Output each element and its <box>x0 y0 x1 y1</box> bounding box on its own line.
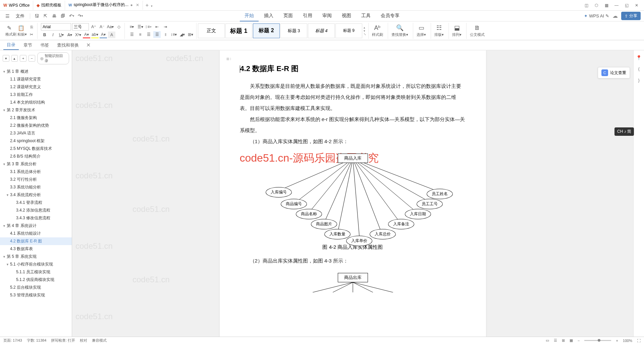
outline-add-icon[interactable]: + <box>20 55 26 62</box>
italic-icon[interactable]: I <box>49 32 57 38</box>
close-button[interactable]: ✕ <box>632 1 641 10</box>
ribbon-arrange[interactable]: ⬓ 排列▾ <box>448 23 465 39</box>
style-heading1[interactable]: 标题 1 <box>225 23 252 38</box>
outline-item[interactable]: 4.2 数据库 E-R 图 <box>0 237 72 245</box>
ribbon-select[interactable]: ▭ 选择▾ <box>413 23 429 39</box>
view-outline-icon[interactable]: ☰ <box>554 338 557 343</box>
outline-item[interactable]: ▼第 4 章 系统设计 <box>0 222 72 230</box>
new-tab-button[interactable]: + ▾ <box>143 2 155 8</box>
outline-move-up-icon[interactable]: ▴ <box>11 55 18 62</box>
tab-page[interactable]: 页面 <box>279 11 298 21</box>
increase-font-icon[interactable]: A⁺ <box>90 23 97 30</box>
outline-item[interactable]: 5.1.2 供应商模块实现 <box>0 276 72 284</box>
highlight-icon[interactable]: ab▾ <box>91 32 99 38</box>
align-justify-icon[interactable]: ☰ <box>153 31 161 38</box>
view-web-icon[interactable]: ⊞ <box>562 338 565 343</box>
share-button[interactable]: ⇪ 分享 <box>621 12 641 20</box>
tree-arrow-icon[interactable]: ▼ <box>3 255 7 259</box>
outline-item[interactable]: 1.1 课题研究背景 <box>0 75 72 83</box>
line-spacing-icon[interactable]: ↕≡▾ <box>170 31 177 38</box>
zoom-slider[interactable] <box>584 340 611 341</box>
align-center-icon[interactable]: ≡ <box>137 31 144 38</box>
strikethrough-icon[interactable]: A̶▾ <box>66 32 73 38</box>
outline-item[interactable]: 4.3 数据库表 <box>0 245 72 253</box>
paper-check-panel[interactable]: C 论文查重 <box>598 67 630 78</box>
tab-reference[interactable]: 引用 <box>298 11 317 21</box>
superscript-icon[interactable]: X²▾ <box>74 32 82 38</box>
zoom-out-icon[interactable]: − <box>578 339 580 343</box>
multilevel-list-icon[interactable]: ⫶≡▾ <box>145 23 152 30</box>
format-brush-icon[interactable]: ✎ <box>5 24 13 31</box>
outline-item[interactable]: 2.6 B/S 结构简介 <box>0 153 72 160</box>
status-spell[interactable]: 拼写检查: 打开 <box>51 338 75 343</box>
outline-item[interactable]: 4.1 系统功能设计 <box>0 230 72 237</box>
clear-format-icon[interactable]: ◇ <box>115 23 122 30</box>
wps-ai-button[interactable]: ✦ WPS AI ✎ <box>584 13 609 18</box>
tree-arrow-icon[interactable]: ▼ <box>3 70 7 73</box>
align-left-icon[interactable]: ☰ <box>128 31 136 38</box>
style-expand-icon[interactable]: ⤡ <box>364 33 366 36</box>
nav-close-icon[interactable]: ✕ <box>86 42 91 48</box>
redo-icon[interactable]: ↷▾ <box>76 12 84 20</box>
undo-icon[interactable]: ↶▾ <box>68 12 75 20</box>
print-icon[interactable]: 🖶 <box>50 12 58 20</box>
bullet-list-icon[interactable]: ≡▾ <box>128 23 136 30</box>
style-heading3[interactable]: 标题 3 <box>280 23 307 38</box>
tab-member[interactable]: 会员专享 <box>376 11 404 21</box>
ime-indicator[interactable]: CH ♪ 简 <box>614 127 634 136</box>
decrease-font-icon[interactable]: A⁻ <box>98 23 106 30</box>
window-skin-icon[interactable]: ▦ <box>602 1 611 10</box>
outline-item[interactable]: ▼3.4 系统流程分析 <box>0 191 72 199</box>
paste-icon[interactable]: 📋 <box>17 24 25 31</box>
nav-tab-toc[interactable]: 目录 <box>3 41 19 50</box>
nav-tab-chapter[interactable]: 章节 <box>20 41 36 50</box>
nav-tab-find[interactable]: 查找和替换 <box>54 41 82 50</box>
tab-review[interactable]: 审阅 <box>318 11 336 21</box>
status-words[interactable]: 字数: 11384 <box>27 338 47 343</box>
document-canvas[interactable]: code51.cn code51.cn code51.cn code51.cn … <box>72 50 633 337</box>
outline-item[interactable]: ▼第 5 章 系统实现 <box>0 253 72 261</box>
tab-wps-office[interactable]: W WPS Office <box>0 1 33 10</box>
borders-icon[interactable]: ⊞▾ <box>187 31 194 38</box>
outline-item[interactable]: 3.1 系统总体分析 <box>0 168 72 176</box>
shading-icon[interactable]: ◢▾ <box>178 31 186 38</box>
copy-icon[interactable]: ⎘ <box>28 24 35 31</box>
outline-item[interactable]: 5.1.1 员工模块实现 <box>0 268 72 276</box>
align-right-icon[interactable]: ☰ <box>145 31 152 38</box>
outline-item[interactable]: 5.3 管理员模块实现 <box>0 291 72 299</box>
view-read-icon[interactable]: ▦ <box>570 338 573 343</box>
cut-icon[interactable]: ✂ <box>28 31 35 38</box>
outline-item[interactable]: 2.2 微服务架构的优势 <box>0 122 72 129</box>
style-scroll-down-icon[interactable]: ▾ <box>364 29 366 33</box>
outline-item[interactable]: 2.1 微服务架构 <box>0 114 72 122</box>
window-panel-icon[interactable]: ◫ <box>582 1 591 10</box>
tab-daoke-template[interactable]: ◆ 找稻壳模板 <box>33 1 65 10</box>
ribbon-doc-mode[interactable]: 🗎 公文模式 <box>466 23 488 39</box>
ribbon-style-brush[interactable]: Aᵇ 样式刷 <box>368 23 386 39</box>
outline-item[interactable]: ▼5.1 小程序前台模块实现 <box>0 261 72 268</box>
outline-item[interactable]: 1.4 本文的组织结构 <box>0 99 72 106</box>
outline-item[interactable]: 3.4.2 添加信息流程 <box>0 207 72 214</box>
maximize-button[interactable]: ◱ <box>622 1 631 10</box>
rail-expand-icon[interactable]: ⟩ <box>635 76 643 84</box>
outline-item[interactable]: ▼第 1 章 概述 <box>0 68 72 75</box>
outline-item[interactable]: 2.5 MYSQL 数据库技术 <box>0 145 72 153</box>
outline-item[interactable]: ▼第 3 章 系统分析 <box>0 160 72 168</box>
change-case-icon[interactable]: Aa▾ <box>107 23 114 30</box>
outline-item[interactable]: ▼第 2 章开发技术 <box>0 106 72 114</box>
outline-item[interactable]: 5.2 后台模块实现 <box>0 284 72 291</box>
tab-document[interactable]: W springboot基于微信小程序的… ● ✕ <box>65 1 143 10</box>
font-color-icon[interactable]: A▾ <box>83 32 90 38</box>
print-preview-icon[interactable]: 🗐 <box>59 12 66 20</box>
style-normal[interactable]: 正文 <box>198 23 225 38</box>
font-family-select[interactable] <box>41 23 71 31</box>
file-menu[interactable]: 文件 <box>13 13 27 19</box>
tree-arrow-icon[interactable]: ▼ <box>3 224 7 228</box>
tree-arrow-icon[interactable]: ▼ <box>3 163 7 166</box>
char-shading-icon[interactable]: A <box>108 32 115 38</box>
tab-insert[interactable]: 插入 <box>259 11 278 21</box>
tab-start[interactable]: 开始 <box>240 11 259 21</box>
cloud-icon[interactable]: ☁ <box>612 13 618 19</box>
distribute-icon[interactable]: ⫴ <box>162 31 169 38</box>
tab-tools[interactable]: 工具 <box>357 11 375 21</box>
